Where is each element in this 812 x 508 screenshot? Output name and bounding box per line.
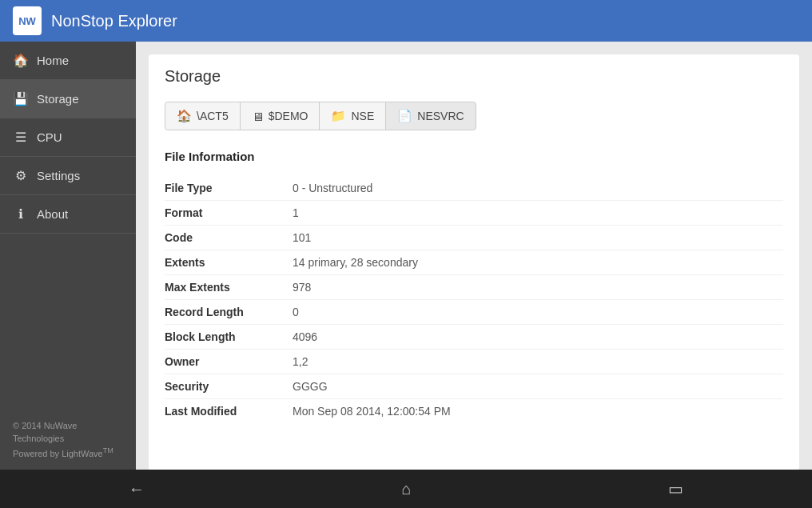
footer-line2: Powered by LightWaveTM — [13, 446, 123, 460]
field-label-owner: Owner — [165, 355, 293, 368]
sidebar-item-about[interactable]: ℹ About — [0, 195, 136, 234]
tab-label-demo: $DEMO — [269, 110, 308, 122]
table-row: Format 1 — [165, 201, 783, 226]
sidebar-label-cpu: CPU — [37, 130, 62, 144]
settings-icon: ⚙ — [13, 168, 29, 183]
main-layout: 🏠 Home 💾 Storage ☰ CPU ⚙ Settings ℹ Abou… — [0, 42, 812, 470]
topbar: NW NonStop Explorer — [0, 0, 812, 42]
field-label-code: Code — [165, 231, 293, 244]
table-row: Last Modified Mon Sep 08 2014, 12:00:54 … — [165, 399, 783, 423]
field-value-extents: 14 primary, 28 secondary — [293, 256, 418, 269]
sidebar-label-settings: Settings — [37, 169, 80, 182]
app-title: NonStop Explorer — [51, 12, 177, 30]
tab-label-nse: NSE — [351, 110, 374, 122]
tab-nesvrc[interactable]: 📄 NESVRC — [385, 102, 476, 130]
home-tab-icon: 🏠 — [177, 109, 192, 123]
tab-nse[interactable]: 📁 NSE — [319, 102, 386, 130]
bottom-nav: ← ⌂ ▭ — [0, 470, 812, 508]
field-value-code: 101 — [293, 231, 311, 244]
field-label-security: Security — [165, 380, 293, 393]
table-row: Security GGGG — [165, 374, 783, 399]
field-label-maxextents: Max Extents — [165, 281, 293, 294]
sidebar-label-storage: Storage — [37, 92, 79, 106]
table-row: Owner 1,2 — [165, 350, 783, 374]
cpu-icon: ☰ — [13, 130, 29, 145]
home-icon: 🏠 — [13, 53, 29, 68]
info-icon: ℹ — [13, 206, 29, 222]
server-tab-icon: 🖥 — [252, 110, 264, 123]
table-row: File Type 0 - Unstructured — [165, 176, 783, 201]
table-row: Extents 14 primary, 28 secondary — [165, 250, 783, 275]
storage-card: Storage 🏠 \ACT5 🖥 $DEMO 📁 NSE 📄 NESVRC — [149, 54, 799, 470]
sidebar: 🏠 Home 💾 Storage ☰ CPU ⚙ Settings ℹ Abou… — [0, 42, 136, 470]
storage-icon: 💾 — [13, 91, 29, 106]
sidebar-item-storage[interactable]: 💾 Storage — [0, 80, 136, 118]
field-label-blocklength: Block Length — [165, 330, 293, 343]
back-button[interactable]: ← — [113, 474, 161, 505]
field-label-recordlength: Record Length — [165, 306, 293, 318]
field-label-extents: Extents — [165, 256, 293, 269]
field-value-security: GGGG — [293, 380, 328, 393]
content-area: Storage 🏠 \ACT5 🖥 $DEMO 📁 NSE 📄 NESVRC — [136, 42, 812, 470]
tab-label-act5: \ACT5 — [197, 110, 229, 122]
file-info-table: File Type 0 - Unstructured Format 1 Code… — [165, 176, 783, 423]
recents-button[interactable]: ▭ — [652, 473, 699, 505]
field-label-lastmodified: Last Modified — [165, 405, 293, 418]
field-label-filetype: File Type — [165, 182, 293, 194]
field-label-format: Format — [165, 206, 293, 219]
folder-tab-icon: 📁 — [331, 109, 346, 123]
table-row: Record Length 0 — [165, 300, 783, 325]
table-row: Block Length 4096 — [165, 325, 783, 350]
file-tab-icon: 📄 — [397, 109, 412, 123]
field-value-blocklength: 4096 — [293, 330, 317, 343]
breadcrumb-tabs: 🏠 \ACT5 🖥 $DEMO 📁 NSE 📄 NESVRC — [165, 102, 783, 130]
section-title: Storage — [165, 67, 783, 86]
field-value-maxextents: 978 — [293, 281, 311, 294]
field-value-format: 1 — [293, 206, 299, 219]
field-value-filetype: 0 - Unstructured — [293, 182, 372, 194]
field-value-owner: 1,2 — [293, 355, 308, 368]
footer-line1: © 2014 NuWave Technologies — [13, 419, 123, 446]
field-value-recordlength: 0 — [293, 306, 299, 318]
sidebar-footer: © 2014 NuWave Technologies Powered by Li… — [0, 410, 136, 470]
field-value-lastmodified: Mon Sep 08 2014, 12:00:54 PM — [293, 405, 451, 418]
table-row: Code 101 — [165, 226, 783, 250]
sidebar-item-settings[interactable]: ⚙ Settings — [0, 157, 136, 195]
sidebar-label-home: Home — [37, 54, 69, 67]
tab-demo[interactable]: 🖥 $DEMO — [240, 102, 320, 130]
app-logo: NW — [13, 6, 42, 35]
sidebar-item-home[interactable]: 🏠 Home — [0, 42, 136, 80]
home-button[interactable]: ⌂ — [385, 474, 427, 505]
sidebar-item-cpu[interactable]: ☰ CPU — [0, 118, 136, 157]
tab-act5[interactable]: 🏠 \ACT5 — [165, 102, 241, 130]
file-info-title: File Information — [165, 150, 783, 163]
tab-label-nesvrc: NESVRC — [417, 110, 464, 122]
sidebar-label-about: About — [37, 207, 68, 221]
table-row: Max Extents 978 — [165, 275, 783, 300]
